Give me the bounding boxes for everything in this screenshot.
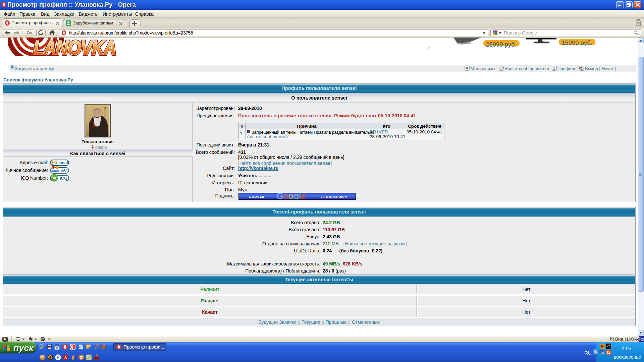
svg-text:LANOVKA: LANOVKA [34, 38, 116, 56]
svg-text:W: W [55, 346, 59, 349]
